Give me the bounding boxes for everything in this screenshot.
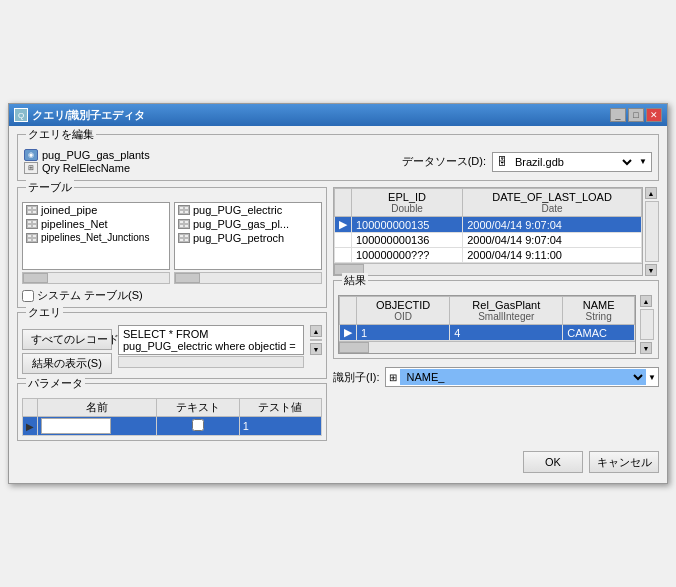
row-indicator: ▶ [340, 325, 357, 341]
list-item[interactable]: pug_PUG_electric [175, 203, 321, 217]
table-icon [26, 233, 38, 243]
table-list-right[interactable]: pug_PUG_electric pug_PUG_gas_pl... pug_P… [174, 202, 322, 270]
table-icon [178, 233, 190, 243]
params-text-header: テキスト [157, 399, 239, 417]
scroll-bar-left[interactable] [22, 272, 170, 284]
scroll-down-button[interactable]: ▼ [310, 343, 322, 355]
list-item-text: pug_PUG_petroch [193, 232, 284, 244]
epl-header-row: EPL_ID Double DATE_OF_LAST_LOAD Date [335, 189, 642, 217]
query-scroll-v: ▲ ▼ [310, 325, 322, 355]
date-cell: 2000/04/14 9:07:04 [463, 217, 642, 233]
window-icon: Q [14, 108, 28, 122]
minimize-button[interactable]: _ [610, 108, 626, 122]
epl-id-header: EPL_ID Double [352, 189, 463, 217]
datasource-select[interactable]: Brazil.gdb [511, 155, 635, 169]
identifier-dropdown-arrow-icon: ▼ [648, 373, 656, 382]
param-text-checkbox[interactable] [192, 419, 204, 431]
table-row[interactable]: ▶ 1 4 CAMAC [340, 325, 635, 341]
ok-button[interactable]: OK [523, 451, 583, 473]
list-item[interactable]: pipelines_Net [23, 217, 169, 231]
param-name-cell[interactable]: RelElecID [38, 417, 157, 436]
title-bar: Q クエリ/識別子エディタ _ □ ✕ [9, 104, 667, 126]
title-bar-left: Q クエリ/識別子エディタ [14, 108, 145, 123]
list-item[interactable]: joined_pipe [23, 203, 169, 217]
top-grid-area: EPL_ID Double DATE_OF_LAST_LOAD Date [333, 187, 659, 276]
tables-group: テーブル joined_pipe pipelines_Net [17, 187, 327, 308]
list-item[interactable]: pipelines_Net_Junctions [23, 231, 169, 244]
identifier-dropdown[interactable]: ⊞ NAME_ ▼ [385, 367, 659, 387]
results-scroll-down-icon[interactable]: ▼ [640, 342, 652, 354]
bottom-buttons: OK キャンセル [17, 447, 659, 475]
results-scroll-up-icon[interactable]: ▲ [640, 295, 652, 307]
results-indicator-header [340, 297, 357, 325]
table-row[interactable]: ▶ RelElecID 1 [23, 417, 322, 436]
grid-scroll-v: ▲ ▼ [645, 187, 659, 276]
table-icon [26, 205, 38, 215]
content-area: クエリを編集 ◉ pug_PUG_gas_plants ⊞ Qry RelEle… [9, 126, 667, 483]
right-panel: EPL_ID Double DATE_OF_LAST_LOAD Date [333, 187, 659, 441]
all-records-button[interactable]: すべてのレコード(A) [22, 329, 112, 350]
table-row[interactable]: ▶ 100000000135 2000/04/14 9:07:04 [335, 217, 642, 233]
epl-id-cell: 100000000??? [352, 248, 463, 263]
query-buttons: すべてのレコード(A) 結果の表示(S) [22, 329, 112, 374]
query-edit-inner: ◉ pug_PUG_gas_plants ⊞ Qry RelElecName デ… [24, 145, 652, 174]
epl-table: EPL_ID Double DATE_OF_LAST_LOAD Date [334, 188, 642, 263]
scroll-track [310, 339, 322, 341]
query-textarea-wrap: SELECT * FROM pug_PUG_electric where obj… [118, 325, 304, 368]
scroll-bar-right[interactable] [174, 272, 322, 284]
date-header: DATE_OF_LAST_LOAD Date [463, 189, 642, 217]
systable-label: システム テーブル(S) [37, 288, 143, 303]
objectid-cell: 1 [357, 325, 450, 341]
query-inner: すべてのレコード(A) 結果の表示(S) SELECT * FROM pug_P… [22, 325, 322, 374]
query-group: クエリ すべてのレコード(A) 結果の表示(S) SELECT * FROM p… [17, 312, 327, 379]
query-item-2: ⊞ Qry RelElecName [24, 162, 150, 174]
scroll-track-v [645, 201, 659, 262]
results-inner: OBJECTID OID Rel_GasPlant SmallInteger [338, 295, 654, 354]
results-scroll-bar-h[interactable] [339, 341, 635, 353]
window-title: クエリ/識別子エディタ [32, 108, 145, 123]
scroll-up-button[interactable]: ▲ [310, 325, 322, 337]
maximize-button[interactable]: □ [628, 108, 644, 122]
results-table: OBJECTID OID Rel_GasPlant SmallInteger [339, 296, 635, 341]
date-cell: 2000/04/14 9:11:00 [463, 248, 642, 263]
table-icon [178, 219, 190, 229]
main-area: テーブル joined_pipe pipelines_Net [17, 187, 659, 441]
list-item[interactable]: pug_PUG_gas_pl... [175, 217, 321, 231]
systable-checkbox[interactable] [22, 290, 34, 302]
tables-label: テーブル [26, 180, 74, 195]
param-testval-cell[interactable]: 1 [239, 417, 321, 436]
scroll-up-icon[interactable]: ▲ [645, 187, 657, 199]
datasource-dropdown[interactable]: 🗄 Brazil.gdb ▼ [492, 152, 652, 172]
table-row[interactable]: 100000000??? 2000/04/14 9:11:00 [335, 248, 642, 263]
db-icon-small: 🗄 [497, 156, 507, 167]
param-text-cell[interactable] [157, 417, 239, 436]
scroll-down-icon[interactable]: ▼ [645, 264, 657, 276]
cancel-button[interactable]: キャンセル [589, 451, 659, 473]
table-list-left[interactable]: joined_pipe pipelines_Net pipelines_Net_… [22, 202, 170, 270]
param-name-select[interactable]: RelElecID [41, 418, 111, 434]
show-results-button[interactable]: 結果の表示(S) [22, 353, 112, 374]
table-scroll-area [22, 272, 322, 284]
identifier-select[interactable]: NAME_ [400, 369, 646, 385]
table-icon [26, 219, 38, 229]
table-icon-small: ⊞ [24, 162, 38, 174]
epl-indicator-header [335, 189, 352, 217]
list-item-text: pug_PUG_gas_pl... [193, 218, 289, 230]
close-button[interactable]: ✕ [646, 108, 662, 122]
row-indicator [335, 233, 352, 248]
params-header-row: 名前 テキスト テスト値 [23, 399, 322, 417]
query-edit-group: クエリを編集 ◉ pug_PUG_gas_plants ⊞ Qry RelEle… [17, 134, 659, 181]
query-input[interactable]: SELECT * FROM pug_PUG_electric where obj… [118, 325, 304, 355]
results-label: 結果 [342, 273, 368, 288]
main-window: Q クエリ/識別子エディタ _ □ ✕ クエリを編集 ◉ pug_PUG_gas… [8, 103, 668, 484]
date-cell: 2000/04/14 9:07:04 [463, 233, 642, 248]
grid-scroll-bar-h[interactable] [334, 263, 642, 275]
table-row[interactable]: 100000000136 2000/04/14 9:07:04 [335, 233, 642, 248]
query-label: クエリ [26, 305, 63, 320]
table-list-area: joined_pipe pipelines_Net pipelines_Net_… [22, 202, 322, 270]
list-item-text: pipelines_Net_Junctions [41, 232, 149, 243]
query-scroll-bar[interactable] [118, 356, 304, 368]
list-item-text: pug_PUG_electric [193, 204, 282, 216]
list-item[interactable]: pug_PUG_petroch [175, 231, 321, 245]
systable-checkbox-wrap[interactable]: システム テーブル(S) [22, 288, 143, 303]
